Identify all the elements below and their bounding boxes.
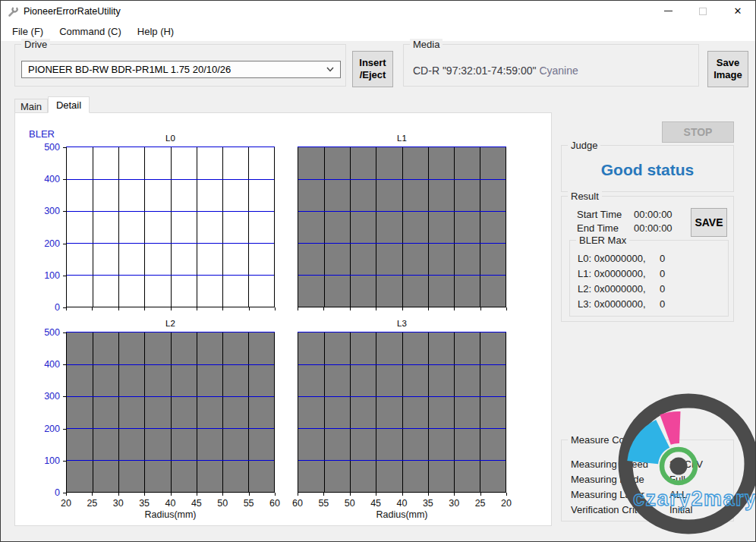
minimize-button[interactable] [650,1,685,21]
y-tick-label: 500 [33,141,60,153]
y-tick-label: 400 [33,358,60,370]
save-button[interactable]: SAVE [691,208,727,237]
x-tick [454,493,455,496]
y-tick-label: 0 [33,487,60,499]
y-tick [63,364,66,365]
x-tick [480,493,481,496]
x-tick [402,493,403,496]
judge-group-label: Judge [568,140,600,151]
x-tick [92,307,93,310]
measuring-mode-label: Measuring Mode [571,474,669,486]
measuring-speed-label: Measuring Speed [571,458,669,471]
y-tick-label: 200 [33,238,60,250]
close-icon: ✕ [734,6,742,16]
insert-eject-label-line1: Insert [359,57,386,69]
drive-group-label: Drive [21,39,50,50]
judge-status-text: Good status [562,161,733,179]
x-tick-label: 50 [337,498,363,509]
judge-group: Judge Good status [561,145,734,192]
insert-eject-label-line2: /Eject [360,69,386,81]
x-tick-label: 40 [389,498,415,509]
plot-area-L1 [298,147,506,307]
chevron-down-icon [326,67,334,72]
chart-title-L2: L2 [66,319,275,328]
close-button[interactable]: ✕ [720,1,755,21]
chart-title-L0: L0 [66,134,275,143]
y-tick [63,276,66,276]
measuring-speed-value: 2X CLV [669,458,703,471]
x-tick [275,307,276,310]
x-tick-label: 30 [441,498,467,509]
insert-eject-button[interactable]: Insert /Eject [352,51,393,87]
bler-max-row-l3: L3: 0x0000000, 0 [578,298,665,310]
x-tick [402,307,403,310]
x-tick [144,307,145,310]
x-tick [428,493,429,496]
stop-button[interactable]: STOP [662,121,734,143]
bler-max-row-l1: L1: 0x0000000, 0 [578,268,665,280]
app-window: PioneerErrorRateUtility ✕ File (F) Comma… [0,0,756,542]
y-tick [63,493,66,493]
menu-bar: File (F) Command (C) Help (H) [1,21,755,41]
detail-tab-page: BLER L00100200300400500 L1 L220253035404… [14,112,552,526]
chart-L2: L22025303540455055600100200300400500Radi… [66,332,275,493]
measure-condition-group: Measure Condition Measuring Speed 2X CLV… [561,440,734,522]
x-tick [66,493,67,496]
x-tick [118,493,119,496]
plot-area-L0 [66,147,275,307]
x-tick-label: 45 [363,498,389,509]
menu-file[interactable]: File (F) [12,26,43,37]
y-tick [63,147,66,148]
x-tick [92,493,93,496]
y-tick-label: 100 [33,455,60,467]
x-tick [197,493,197,496]
chart-title-L1: L1 [298,134,506,143]
verification-criteria-value: Initial [669,504,692,516]
y-tick [63,179,66,180]
x-tick-label: 50 [209,498,235,509]
maximize-button[interactable] [685,1,720,21]
menu-help[interactable]: Help (H) [137,26,174,37]
chart-title-L3: L3 [298,319,506,328]
x-tick [298,493,298,496]
measuring-mode-value: Full [669,474,685,486]
measuring-mode-row: Measuring Mode Full [571,474,685,486]
x-tick [506,493,507,496]
start-time-value: 00:00:00 [634,209,673,221]
x-tick [350,493,351,496]
x-tick [376,493,376,496]
result-group-label: Result [568,191,602,202]
drive-selected-value: PIONEER BD-RW BDR-PR1ML 1.75 20/10/26 [28,64,326,75]
x-tick [298,307,298,310]
x-tick [118,307,119,310]
y-tick-label: 300 [33,390,60,402]
measuring-layer-value: ALL [669,489,687,501]
menu-command[interactable]: Command (C) [59,26,121,37]
x-tick-label: 35 [415,498,441,509]
tab-detail[interactable]: Detail [48,96,90,113]
bler-max-row-l0: L0: 0x0000000, 0 [578,253,665,265]
bler-max-l1-value: 0 [660,268,665,280]
end-time-row: End Time 00:00:00 [577,222,673,235]
measuring-layer-label: Measuring Layer [571,489,669,501]
bler-max-l3-value: 0 [660,298,665,310]
y-axis-title: BLER [29,128,55,140]
x-tick [323,307,324,310]
x-tick-label: 30 [106,498,131,509]
media-info: CD-R "97:32:01-74:59:00" Cyanine [413,65,578,77]
save-image-label-line2: Image [713,69,742,81]
save-image-button[interactable]: Save Image [707,51,748,87]
y-tick-label: 200 [33,423,60,435]
tab-main[interactable]: Main [14,99,48,113]
x-tick [222,307,223,310]
y-tick [63,307,66,308]
chart-L3: L3605550454035302520Radius(mm) [298,332,506,493]
y-tick [63,211,66,212]
x-tick-label: 35 [131,498,157,509]
drive-select[interactable]: PIONEER BD-RW BDR-PR1ML 1.75 20/10/26 [21,61,341,78]
x-tick-label: 60 [285,498,310,509]
x-tick [144,493,145,496]
start-time-label: Start Time [577,209,634,221]
x-tick [428,307,429,310]
x-tick-label: 20 [493,498,519,509]
